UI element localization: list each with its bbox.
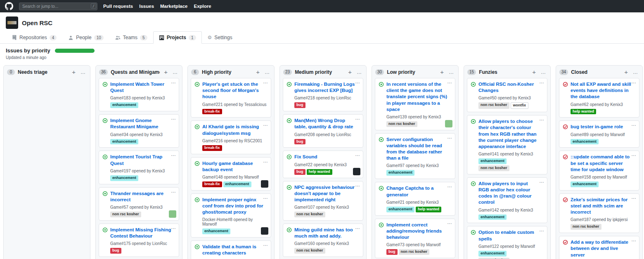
column-menu-button[interactable]: … bbox=[632, 69, 639, 75]
issue-title[interactable]: Not all EXP award and skill events have … bbox=[571, 81, 636, 100]
issue-card[interactable]: …Mining guild mine has too much mith and… bbox=[283, 224, 363, 257]
issue-title[interactable]: Validate that a human is creating charac… bbox=[202, 244, 268, 256]
issue-card[interactable]: …Fix SoundGame#22 opened by Kenix3bughel… bbox=[283, 151, 363, 178]
issue-card[interactable]: …Option to enable custom spellsGame#122 … bbox=[467, 226, 547, 259]
card-menu-button[interactable]: … bbox=[263, 79, 268, 85]
card-menu-button[interactable]: … bbox=[631, 151, 637, 157]
issue-card[interactable]: …Implement Gnome Restaurant MinigameGame… bbox=[99, 114, 179, 148]
issue-title[interactable]: In recent versions of the client the gam… bbox=[386, 81, 452, 113]
card-menu-button[interactable]: … bbox=[539, 116, 545, 122]
issue-title[interactable]: Add a way to differentiate between dev a… bbox=[571, 239, 636, 258]
card-menu-button[interactable]: … bbox=[631, 237, 637, 243]
card-menu-button[interactable]: … bbox=[539, 79, 545, 85]
issue-title[interactable]: Implement Gnome Restaurant Minigame bbox=[110, 118, 175, 130]
add-card-button[interactable]: + bbox=[163, 69, 169, 75]
card-menu-button[interactable]: … bbox=[263, 194, 268, 200]
issue-title[interactable]: Player's get stuck on the second floor o… bbox=[202, 81, 268, 100]
issue-title[interactable]: Implement Tourist Trap Quest bbox=[110, 154, 175, 166]
card-menu-button[interactable]: … bbox=[447, 219, 452, 225]
nav-issues[interactable]: Issues bbox=[139, 4, 154, 9]
column-menu-button[interactable]: … bbox=[172, 69, 179, 75]
column-menu-button[interactable]: … bbox=[448, 69, 455, 75]
add-card-button[interactable]: + bbox=[71, 69, 77, 75]
github-logo-icon[interactable] bbox=[5, 2, 13, 10]
nav-explore[interactable]: Explore bbox=[194, 4, 211, 9]
issue-title[interactable]: Change Captcha to a generator bbox=[386, 185, 452, 198]
issue-card[interactable]: …Implement Tourist Trap QuestGame#197 op… bbox=[99, 151, 179, 184]
issue-card[interactable]: …bug tester in-game roleGame#89 opened b… bbox=[559, 120, 639, 148]
issue-card[interactable]: …Change Captcha to a generatorGame#21 op… bbox=[375, 182, 455, 215]
column-menu-button[interactable]: … bbox=[264, 69, 271, 75]
card-menu-button[interactable]: … bbox=[539, 227, 545, 233]
issue-card[interactable]: …Validate that a human is creating chara… bbox=[191, 240, 271, 259]
issue-card[interactable]: …::update command able to be set a speci… bbox=[559, 151, 639, 190]
card-menu-button[interactable]: … bbox=[631, 79, 637, 85]
card-menu-button[interactable]: … bbox=[355, 224, 360, 230]
issue-title[interactable]: Implement correct adding/removing friend… bbox=[386, 222, 452, 241]
card-menu-button[interactable]: … bbox=[447, 79, 452, 85]
issue-card[interactable]: …Zeke's scimitar prices for steel and mi… bbox=[559, 193, 639, 233]
issue-title[interactable]: Hourly game database backup event bbox=[202, 160, 268, 173]
issue-title[interactable]: Implement Watch Tower Quest bbox=[110, 81, 175, 94]
issue-title[interactable]: bug tester in-game role bbox=[571, 124, 636, 130]
org-avatar[interactable] bbox=[6, 16, 18, 29]
issue-title[interactable]: Mining guild mine has too much mith and … bbox=[294, 227, 360, 239]
tab-repositories[interactable]: Repositories 4 bbox=[6, 31, 62, 44]
issue-title[interactable]: Implement proper nginx conf from dev int… bbox=[202, 197, 268, 216]
issue-title[interactable]: Server configuration variables should be… bbox=[386, 137, 452, 162]
issue-title[interactable]: Thrander messages are incorrect bbox=[110, 191, 175, 203]
card-menu-button[interactable]: … bbox=[171, 188, 176, 194]
issue-card[interactable]: …Implement Watch Tower QuestGame#183 ope… bbox=[99, 78, 179, 111]
issue-card[interactable]: …Not all EXP award and skill events have… bbox=[559, 78, 639, 118]
issue-card[interactable]: …Add a way to differentiate between dev … bbox=[559, 236, 639, 259]
issue-card[interactable]: …Firemaking - Burning Logs gives incorre… bbox=[283, 78, 363, 111]
search-input[interactable] bbox=[19, 2, 97, 10]
tab-settings[interactable]: ⚙ Settings bbox=[202, 31, 238, 44]
issue-card[interactable]: …Al Kharid gate is missing dialogue/syst… bbox=[191, 120, 271, 154]
issue-card[interactable]: …Man(Men) Wrong Drop table, quantity & d… bbox=[283, 114, 363, 148]
card-menu-button[interactable]: … bbox=[263, 121, 268, 127]
card-menu-button[interactable]: … bbox=[355, 151, 360, 157]
issue-card[interactable]: …NPC aggressive behaviour doesn't appear… bbox=[283, 181, 363, 221]
issue-card[interactable]: …Hourly game database backup eventGame#1… bbox=[191, 157, 271, 191]
org-name[interactable]: Open RSC bbox=[22, 19, 52, 26]
issue-title[interactable]: Firemaking - Burning Logs gives incorrec… bbox=[294, 81, 360, 94]
issue-card[interactable]: …Player's get stuck on the second floor … bbox=[191, 78, 271, 118]
issue-title[interactable]: Implement Missing Fishing Contest Behavi… bbox=[110, 227, 175, 239]
issue-title[interactable]: Allow players to choose their character'… bbox=[478, 118, 544, 150]
issue-card[interactable]: …Implement correct adding/removing frien… bbox=[375, 219, 455, 258]
issue-card[interactable]: …In recent versions of the client the ga… bbox=[375, 78, 455, 130]
card-menu-button[interactable]: … bbox=[631, 121, 637, 127]
issue-card[interactable]: …Implement proper nginx conf from dev in… bbox=[191, 193, 271, 238]
issue-title[interactable]: Option to enable custom spells bbox=[478, 229, 544, 242]
issue-title[interactable]: Fix Sound bbox=[294, 154, 360, 160]
column-menu-button[interactable]: … bbox=[80, 69, 87, 75]
nav-marketplace[interactable]: Marketplace bbox=[160, 4, 187, 9]
project-title[interactable]: Issues by priority bbox=[6, 47, 50, 54]
card-menu-button[interactable]: … bbox=[355, 182, 360, 188]
tab-projects[interactable]: Projects 1 bbox=[153, 31, 202, 44]
card-menu-button[interactable]: … bbox=[171, 151, 176, 157]
tab-people[interactable]: People 10 bbox=[62, 31, 109, 44]
card-menu-button[interactable]: … bbox=[355, 79, 360, 85]
column-menu-button[interactable]: … bbox=[356, 69, 363, 75]
issue-title[interactable]: Official RSC non-Kosher Changes bbox=[478, 81, 544, 94]
card-menu-button[interactable]: … bbox=[171, 115, 176, 121]
issue-card[interactable]: …Allow players to input RGB and/or hex c… bbox=[467, 177, 547, 224]
card-menu-button[interactable]: … bbox=[171, 79, 176, 85]
card-menu-button[interactable]: … bbox=[447, 183, 452, 188]
card-menu-button[interactable]: … bbox=[355, 115, 360, 121]
column-menu-button[interactable]: … bbox=[540, 69, 547, 75]
issue-title[interactable]: ::update command able to be set a specif… bbox=[571, 154, 636, 173]
tab-teams[interactable]: Teams 5 bbox=[109, 31, 153, 44]
add-card-button[interactable]: + bbox=[347, 69, 353, 75]
issue-card[interactable]: …Thrander messages are incorrectGame#57 … bbox=[99, 187, 179, 221]
card-menu-button[interactable]: … bbox=[263, 241, 268, 247]
issue-card[interactable]: …Allow players to choose their character… bbox=[467, 115, 547, 174]
add-card-button[interactable]: + bbox=[255, 69, 261, 75]
card-menu-button[interactable]: … bbox=[539, 178, 545, 184]
issue-card[interactable]: …Server configuration variables should b… bbox=[375, 133, 455, 179]
issue-title[interactable]: Allow players to input RGB and/or hex co… bbox=[478, 181, 544, 206]
issue-title[interactable]: Man(Men) Wrong Drop table, quantity & dr… bbox=[294, 118, 360, 130]
add-card-button[interactable]: + bbox=[623, 69, 629, 75]
